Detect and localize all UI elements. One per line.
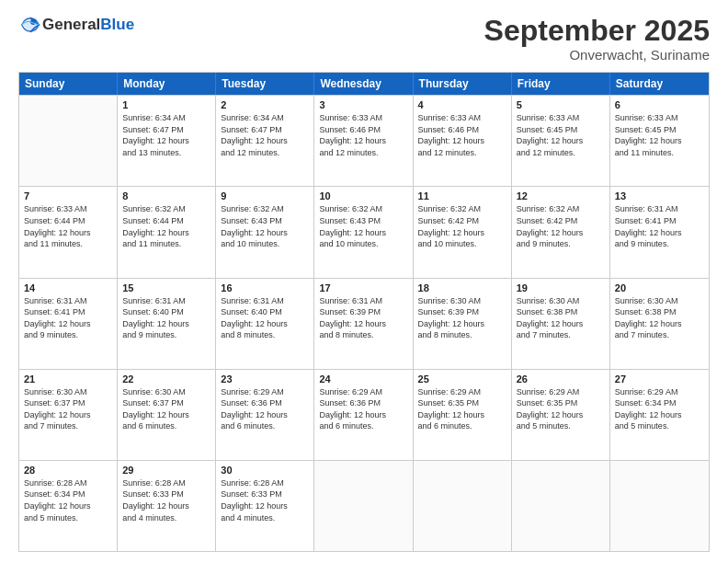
day-number: 17 <box>319 282 407 293</box>
day-number: 10 <box>319 190 407 201</box>
day-info: Sunrise: 6:32 AM Sunset: 6:43 PM Dayligh… <box>221 203 309 249</box>
week-1: 1Sunrise: 6:34 AM Sunset: 6:47 PM Daylig… <box>19 95 709 186</box>
day-info: Sunrise: 6:33 AM Sunset: 6:44 PM Dayligh… <box>24 203 112 249</box>
header: GeneralBlue September 2025 Onverwacht, S… <box>18 15 710 63</box>
day-4: 4Sunrise: 6:33 AM Sunset: 6:46 PM Daylig… <box>414 96 512 186</box>
day-5: 5Sunrise: 6:33 AM Sunset: 6:45 PM Daylig… <box>512 96 610 186</box>
day-number: 12 <box>517 190 605 201</box>
day-21: 21Sunrise: 6:30 AM Sunset: 6:37 PM Dayli… <box>19 370 118 460</box>
day-info: Sunrise: 6:33 AM Sunset: 6:46 PM Dayligh… <box>418 112 506 158</box>
day-number: 23 <box>221 373 309 385</box>
day-number: 13 <box>615 190 704 201</box>
header-saturday: Saturday <box>610 73 709 95</box>
day-number: 14 <box>24 282 112 293</box>
day-info: Sunrise: 6:31 AM Sunset: 6:40 PM Dayligh… <box>122 295 210 341</box>
header-wednesday: Wednesday <box>314 73 413 95</box>
day-number: 2 <box>221 99 309 110</box>
day-number: 4 <box>418 99 506 110</box>
day-19: 19Sunrise: 6:30 AM Sunset: 6:38 PM Dayli… <box>512 279 610 369</box>
day-info: Sunrise: 6:28 AM Sunset: 6:33 PM Dayligh… <box>221 477 309 523</box>
day-number: 29 <box>122 465 210 476</box>
logo-general: General <box>42 16 100 33</box>
day-info: Sunrise: 6:30 AM Sunset: 6:38 PM Dayligh… <box>517 295 605 341</box>
day-info: Sunrise: 6:32 AM Sunset: 6:42 PM Dayligh… <box>517 203 605 249</box>
day-number: 15 <box>122 282 210 293</box>
day-number: 16 <box>221 282 309 293</box>
day-info: Sunrise: 6:30 AM Sunset: 6:39 PM Dayligh… <box>418 295 506 341</box>
day-14: 14Sunrise: 6:31 AM Sunset: 6:41 PM Dayli… <box>19 279 118 369</box>
empty-cell <box>610 461 709 551</box>
day-24: 24Sunrise: 6:29 AM Sunset: 6:36 PM Dayli… <box>314 370 413 460</box>
day-info: Sunrise: 6:34 AM Sunset: 6:47 PM Dayligh… <box>221 112 309 158</box>
day-22: 22Sunrise: 6:30 AM Sunset: 6:37 PM Dayli… <box>118 370 216 460</box>
day-16: 16Sunrise: 6:31 AM Sunset: 6:40 PM Dayli… <box>216 279 314 369</box>
day-info: Sunrise: 6:31 AM Sunset: 6:41 PM Dayligh… <box>24 295 112 341</box>
day-info: Sunrise: 6:33 AM Sunset: 6:46 PM Dayligh… <box>319 112 407 158</box>
day-18: 18Sunrise: 6:30 AM Sunset: 6:39 PM Dayli… <box>414 279 512 369</box>
day-2: 2Sunrise: 6:34 AM Sunset: 6:47 PM Daylig… <box>216 96 314 186</box>
day-number: 3 <box>319 99 407 110</box>
day-info: Sunrise: 6:28 AM Sunset: 6:34 PM Dayligh… <box>24 477 112 523</box>
day-27: 27Sunrise: 6:29 AM Sunset: 6:34 PM Dayli… <box>610 370 709 460</box>
day-info: Sunrise: 6:32 AM Sunset: 6:42 PM Dayligh… <box>418 203 506 249</box>
day-25: 25Sunrise: 6:29 AM Sunset: 6:35 PM Dayli… <box>414 370 512 460</box>
day-number: 8 <box>122 190 210 201</box>
day-info: Sunrise: 6:31 AM Sunset: 6:39 PM Dayligh… <box>319 295 407 341</box>
day-1: 1Sunrise: 6:34 AM Sunset: 6:47 PM Daylig… <box>118 96 216 186</box>
day-13: 13Sunrise: 6:31 AM Sunset: 6:41 PM Dayli… <box>610 187 709 277</box>
week-5: 28Sunrise: 6:28 AM Sunset: 6:34 PM Dayli… <box>19 460 709 551</box>
day-info: Sunrise: 6:33 AM Sunset: 6:45 PM Dayligh… <box>517 112 605 158</box>
header-thursday: Thursday <box>414 73 512 95</box>
day-23: 23Sunrise: 6:29 AM Sunset: 6:36 PM Dayli… <box>216 370 314 460</box>
title-block: September 2025 Onverwacht, Suriname <box>484 15 710 63</box>
week-4: 21Sunrise: 6:30 AM Sunset: 6:37 PM Dayli… <box>19 369 709 460</box>
day-info: Sunrise: 6:29 AM Sunset: 6:36 PM Dayligh… <box>319 386 407 432</box>
day-info: Sunrise: 6:29 AM Sunset: 6:36 PM Dayligh… <box>221 386 309 432</box>
day-number: 6 <box>615 99 704 110</box>
day-3: 3Sunrise: 6:33 AM Sunset: 6:46 PM Daylig… <box>314 96 413 186</box>
day-info: Sunrise: 6:29 AM Sunset: 6:35 PM Dayligh… <box>418 386 506 432</box>
day-info: Sunrise: 6:30 AM Sunset: 6:38 PM Dayligh… <box>615 295 704 341</box>
day-number: 9 <box>221 190 309 201</box>
day-11: 11Sunrise: 6:32 AM Sunset: 6:42 PM Dayli… <box>414 187 512 277</box>
logo-blue: Blue <box>100 16 134 33</box>
day-number: 22 <box>122 373 210 385</box>
day-info: Sunrise: 6:33 AM Sunset: 6:45 PM Dayligh… <box>615 112 704 158</box>
day-8: 8Sunrise: 6:32 AM Sunset: 6:44 PM Daylig… <box>118 187 216 277</box>
day-number: 20 <box>615 282 704 293</box>
page: GeneralBlue September 2025 Onverwacht, S… <box>0 0 728 563</box>
location: Onverwacht, Suriname <box>484 47 710 63</box>
day-number: 27 <box>615 373 704 385</box>
day-info: Sunrise: 6:29 AM Sunset: 6:35 PM Dayligh… <box>517 386 605 432</box>
day-15: 15Sunrise: 6:31 AM Sunset: 6:40 PM Dayli… <box>118 279 216 369</box>
day-17: 17Sunrise: 6:31 AM Sunset: 6:39 PM Dayli… <box>314 279 413 369</box>
day-20: 20Sunrise: 6:30 AM Sunset: 6:38 PM Dayli… <box>610 279 709 369</box>
day-info: Sunrise: 6:31 AM Sunset: 6:40 PM Dayligh… <box>221 295 309 341</box>
day-10: 10Sunrise: 6:32 AM Sunset: 6:43 PM Dayli… <box>314 187 413 277</box>
day-number: 24 <box>319 373 407 385</box>
day-number: 25 <box>418 373 506 385</box>
day-number: 5 <box>517 99 605 110</box>
week-3: 14Sunrise: 6:31 AM Sunset: 6:41 PM Dayli… <box>19 278 709 369</box>
calendar: Sunday Monday Tuesday Wednesday Thursday… <box>18 72 710 552</box>
day-30: 30Sunrise: 6:28 AM Sunset: 6:33 PM Dayli… <box>216 461 314 551</box>
logo: GeneralBlue <box>18 15 134 35</box>
day-number: 26 <box>517 373 605 385</box>
calendar-body: 1Sunrise: 6:34 AM Sunset: 6:47 PM Daylig… <box>19 95 709 551</box>
day-number: 30 <box>221 465 309 476</box>
empty-cell <box>19 96 118 186</box>
day-info: Sunrise: 6:31 AM Sunset: 6:41 PM Dayligh… <box>615 203 704 249</box>
day-number: 7 <box>24 190 112 201</box>
day-info: Sunrise: 6:34 AM Sunset: 6:47 PM Dayligh… <box>122 112 210 158</box>
day-number: 19 <box>517 282 605 293</box>
day-number: 18 <box>418 282 506 293</box>
empty-cell <box>414 461 512 551</box>
day-info: Sunrise: 6:32 AM Sunset: 6:43 PM Dayligh… <box>319 203 407 249</box>
day-number: 11 <box>418 190 506 201</box>
day-28: 28Sunrise: 6:28 AM Sunset: 6:34 PM Dayli… <box>19 461 118 551</box>
day-info: Sunrise: 6:30 AM Sunset: 6:37 PM Dayligh… <box>24 386 112 432</box>
day-number: 28 <box>24 465 112 476</box>
month-title: September 2025 <box>484 15 710 47</box>
header-friday: Friday <box>512 73 610 95</box>
day-info: Sunrise: 6:32 AM Sunset: 6:44 PM Dayligh… <box>122 203 210 249</box>
